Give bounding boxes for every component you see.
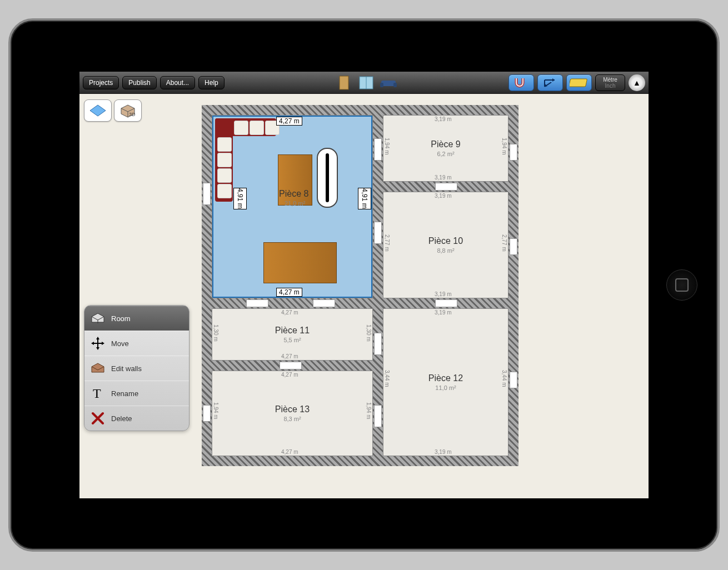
ctx-rename-label: Rename [111, 389, 138, 398]
svg-marker-16 [102, 342, 104, 345]
view-mode-toggles: 3D [84, 99, 142, 122]
room-area: 6,2 m² [437, 151, 454, 157]
home-button[interactable] [666, 269, 697, 301]
door-opening[interactable] [374, 222, 382, 244]
view-3d-button[interactable]: 3D [114, 99, 142, 122]
window-opening[interactable] [510, 144, 517, 161]
svg-marker-13 [96, 337, 99, 339]
door-opening[interactable] [435, 183, 457, 191]
rug-furniture[interactable] [317, 148, 338, 208]
dim-right: 1,94 m [501, 138, 507, 155]
dim-top: 4,27 m [281, 309, 298, 316]
publish-button[interactable]: Publish [122, 76, 156, 89]
door-opening[interactable] [374, 138, 382, 161]
room-10[interactable]: Pièce 10 8,8 m² 3,19 m 3,19 m 2,77 m 2,7… [383, 192, 508, 298]
tablet-frame: Projects Publish About... Help [8, 18, 720, 552]
room-area: 8,8 m² [437, 247, 454, 254]
window-tool-icon[interactable] [357, 75, 376, 91]
ctx-rename[interactable]: T Rename [84, 381, 189, 406]
svg-marker-15 [91, 342, 94, 345]
svg-marker-9 [90, 105, 106, 116]
projects-button[interactable]: Projects [83, 76, 119, 89]
room-area: 8,3 m² [283, 416, 301, 422]
room-area: 21,0 m² [285, 200, 305, 207]
delete-icon [90, 411, 106, 426]
dim-left: 1,94 m [213, 402, 219, 419]
ctx-move[interactable]: Move [84, 331, 189, 356]
unit-imperial-label: Inch [605, 83, 616, 89]
dim-left: 3,44 m [384, 370, 390, 387]
ctx-room-label: Room [111, 314, 131, 323]
ctx-edit-walls-label: Edit walls [111, 364, 142, 373]
dim-bottom: 3,19 m [435, 174, 452, 181]
door-opening[interactable] [280, 362, 302, 369]
dim-right: 4,91 m [358, 188, 371, 209]
window-opening[interactable] [510, 372, 517, 388]
svg-marker-14 [96, 347, 99, 350]
top-toolbar: Projects Publish About... Help [79, 72, 649, 94]
door-opening[interactable] [313, 299, 335, 307]
text-icon: T [90, 386, 106, 401]
view-2d-button[interactable] [84, 99, 112, 122]
room-name: Pièce 11 [275, 326, 310, 336]
table-furniture[interactable] [263, 242, 337, 283]
dim-top: 4,27 m [281, 372, 298, 378]
room-9[interactable]: Pièce 9 6,2 m² 3,19 m 3,19 m 1,94 m 1,94… [383, 115, 508, 182]
room-name: Pièce 12 [428, 373, 463, 383]
units-toggle[interactable]: Mètre Inch [595, 74, 625, 91]
furniture-tool-icon[interactable] [379, 75, 398, 91]
dim-bottom: 4,27 m [281, 449, 298, 455]
svg-rect-5 [393, 83, 397, 87]
dim-bottom: 4,27 m [276, 288, 302, 297]
room-11[interactable]: Pièce 11 5,5 m² 4,27 m 4,27 m 1,30 m 1,3… [212, 308, 373, 361]
dim-bottom: 3,19 m [435, 449, 452, 455]
room-8[interactable]: Pièce 8 21,0 m² 4,27 m 4,27 m 4,91 m 4,9… [212, 115, 373, 298]
room-name: Pièce 9 [431, 139, 460, 149]
dim-top: 3,19 m [435, 116, 452, 122]
dim-right: 2,77 m [501, 234, 507, 252]
window-opening[interactable] [203, 405, 211, 422]
ctx-delete[interactable]: Delete [84, 406, 189, 431]
dim-right: 1,30 m [366, 324, 372, 342]
door-opening[interactable] [246, 299, 268, 307]
help-button[interactable]: Help [198, 76, 225, 89]
ctx-edit-walls[interactable]: Edit walls [84, 356, 189, 381]
wall-icon [90, 361, 106, 376]
ctx-delete-label: Delete [111, 414, 132, 423]
dim-left: 4,91 m [233, 188, 247, 209]
window-opening[interactable] [203, 183, 211, 205]
room-13[interactable]: Pièce 13 8,3 m² 4,27 m 4,27 m 1,94 m 1,9… [212, 371, 373, 456]
ctx-room[interactable]: Room [84, 306, 189, 331]
dim-bottom: 4,27 m [281, 353, 298, 359]
dim-left: 1,30 m [213, 324, 219, 342]
room-icon [90, 311, 106, 326]
dim-left: 1,94 m [384, 138, 390, 155]
about-button[interactable]: About... [160, 76, 195, 89]
measure-toggle-icon[interactable] [537, 74, 563, 91]
svg-text:3D: 3D [129, 112, 136, 117]
move-icon [90, 336, 106, 351]
ctx-move-label: Move [111, 339, 129, 348]
room-context-menu: Room Move Edit walls T Rename [84, 305, 190, 431]
compass-icon[interactable]: ▲ [629, 74, 645, 91]
svg-rect-4 [380, 83, 383, 87]
room-area: 11,0 m² [435, 384, 456, 391]
app-screen: Projects Publish About... Help [79, 72, 649, 498]
dim-top: 3,19 m [435, 193, 452, 199]
snap-toggle-icon[interactable] [508, 74, 534, 91]
room-name: Pièce 13 [275, 404, 310, 414]
room-12[interactable]: Pièce 12 11,0 m² 3,19 m 3,19 m 3,44 m 3,… [383, 308, 508, 456]
unit-metric-label: Mètre [603, 77, 617, 83]
svg-rect-8 [570, 79, 587, 87]
room-name: Pièce 8 [279, 189, 308, 199]
door-opening[interactable] [374, 405, 382, 427]
dim-right: 3,44 m [501, 370, 507, 387]
svg-marker-6 [552, 78, 555, 82]
door-tool-icon[interactable] [335, 75, 353, 91]
door-opening[interactable] [374, 333, 382, 355]
floorplan-canvas[interactable]: Pièce 8 21,0 m² 4,27 m 4,27 m 4,91 m 4,9… [202, 105, 518, 466]
label-toggle-icon[interactable] [566, 74, 592, 91]
door-opening[interactable] [435, 299, 457, 307]
dim-left: 2,77 m [384, 234, 390, 252]
window-opening[interactable] [510, 238, 517, 255]
